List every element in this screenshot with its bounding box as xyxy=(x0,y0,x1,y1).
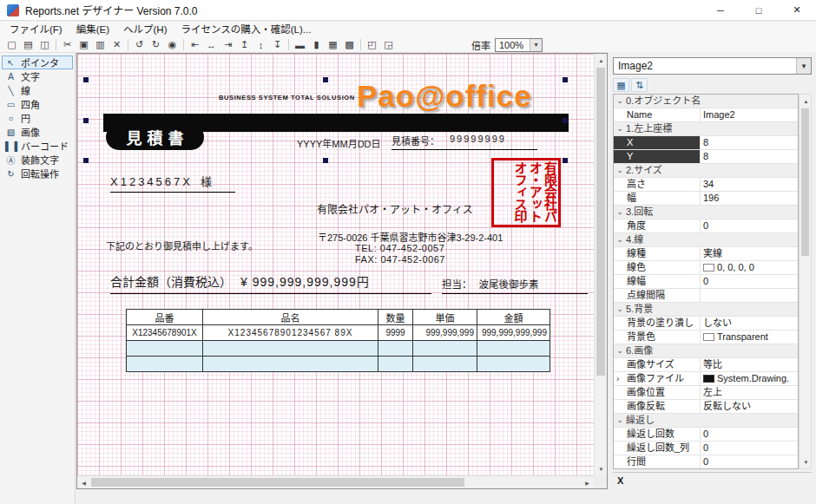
property-row[interactable]: Y8 xyxy=(614,150,798,164)
property-value[interactable]: Image2 xyxy=(701,108,798,121)
property-value[interactable]: 0 xyxy=(701,275,798,288)
collapse-icon[interactable]: ⌄ xyxy=(614,344,626,357)
property-category[interactable]: ⌄5.背景 xyxy=(614,303,798,317)
delete-button[interactable]: ✕ xyxy=(109,38,125,52)
canvas-horizontal-scrollbar[interactable]: ◀ ▶ xyxy=(77,475,594,488)
collapse-icon[interactable]: ⌄ xyxy=(614,164,626,177)
zoom-select[interactable]: 100% ▾ xyxy=(495,38,543,52)
tool-decorated-text[interactable]: Ⓐ装飾文字 xyxy=(2,153,73,167)
horizontal-scroll-thumb[interactable] xyxy=(91,478,464,487)
property-value[interactable]: 0 xyxy=(701,455,798,468)
company-name[interactable]: 有限会社パオ・アット・オフィス xyxy=(317,201,473,216)
expand-icon[interactable]: › xyxy=(616,372,619,385)
postal-address[interactable]: 〒275-0026 千葉県習志野市谷津3-29-2-401 xyxy=(318,230,503,244)
align-bottom-button[interactable]: ↧ xyxy=(269,38,286,52)
collapse-icon[interactable]: ⌄ xyxy=(614,122,626,135)
selection-handle[interactable] xyxy=(83,118,89,123)
grid-button[interactable]: ▩ xyxy=(341,38,358,52)
property-row[interactable]: ›画像ファイルSystem.Drawing. xyxy=(614,372,798,386)
align-middle-button[interactable]: ↕ xyxy=(253,38,269,52)
scroll-down-icon[interactable]: ▼ xyxy=(595,462,608,475)
property-value[interactable]: 34 xyxy=(701,178,798,191)
property-row[interactable]: 線幅0 xyxy=(614,275,798,289)
same-height-button[interactable]: ▮ xyxy=(308,38,325,52)
save-button[interactable]: ◫ xyxy=(36,38,53,52)
send-to-back-button[interactable]: ◲ xyxy=(380,38,397,52)
property-category[interactable]: ⌄3.回転 xyxy=(614,206,798,219)
staff-field[interactable]: 担当： 波尾後御歩素 xyxy=(442,277,588,294)
tool-pointer[interactable]: ↖ポインタ xyxy=(2,56,73,69)
report-page[interactable]: BUSINESS SYSTEM TOTAL SOLUSION Pao@offic… xyxy=(77,54,594,475)
lock-button[interactable]: ◉ xyxy=(164,38,181,52)
paste-button[interactable]: ▥ xyxy=(92,38,109,52)
property-row[interactable]: 画像サイズ等比 xyxy=(614,358,798,372)
property-value[interactable]: 実線 xyxy=(701,247,798,260)
property-value[interactable]: しない xyxy=(701,317,798,330)
dropdown-arrow-icon[interactable]: ▾ xyxy=(530,39,542,51)
categorized-view-button[interactable]: ▦ xyxy=(613,78,629,92)
scroll-up-icon[interactable]: ▲ xyxy=(800,95,813,108)
menu-item[interactable]: ヘルプ(H) xyxy=(116,22,174,37)
cut-button[interactable]: ✂ xyxy=(59,38,76,52)
property-scrollbar[interactable]: ▲ ▼ xyxy=(799,94,812,469)
property-row[interactable]: 線種実線 xyxy=(614,247,798,261)
property-row[interactable]: 繰返し回数0 xyxy=(614,428,798,442)
property-category[interactable]: ⌄4.線 xyxy=(614,233,798,247)
selection-handle[interactable] xyxy=(83,77,89,82)
property-row[interactable]: 高さ34 xyxy=(614,178,798,192)
menu-item[interactable]: ライセンスの購入・確認(L)... xyxy=(174,22,319,37)
property-category[interactable]: ⌄0.オブジェクト名 xyxy=(614,95,798,108)
property-row[interactable]: 線色0, 0, 0, 0 xyxy=(614,261,798,275)
scroll-right-icon[interactable]: ▶ xyxy=(581,476,594,489)
canvas-vertical-scrollbar[interactable]: ▲ ▼ xyxy=(594,54,607,475)
collapse-icon[interactable]: ⌄ xyxy=(614,95,626,108)
align-center-button[interactable]: ↔ xyxy=(203,38,220,52)
collapse-icon[interactable]: ⌄ xyxy=(614,303,626,316)
estimate-number-field[interactable]: 見積番号： 99999999 xyxy=(392,134,537,150)
copy-button[interactable]: ▣ xyxy=(76,38,92,52)
property-row[interactable]: 角度0 xyxy=(614,219,798,233)
new-button[interactable]: ▢ xyxy=(3,38,20,52)
property-row[interactable]: 背景色Transparent xyxy=(614,331,798,344)
scroll-up-icon[interactable]: ▲ xyxy=(595,54,608,67)
scroll-left-icon[interactable]: ◀ xyxy=(77,476,90,489)
collapse-icon[interactable]: ⌄ xyxy=(614,206,626,219)
canvas-viewport[interactable]: BUSINESS SYSTEM TOTAL SOLUSION Pao@offic… xyxy=(77,54,594,475)
menu-item[interactable]: ファイル(F) xyxy=(3,22,69,37)
tool-rotate[interactable]: ↻回転操作 xyxy=(2,167,73,180)
property-value[interactable]: 等比 xyxy=(701,358,798,371)
property-row[interactable]: 行間0 xyxy=(614,455,798,469)
alphabetical-sort-button[interactable]: ⇅ xyxy=(631,78,648,92)
property-value[interactable]: 反転しない xyxy=(701,400,798,413)
property-value[interactable]: 0 xyxy=(701,219,798,232)
scroll-down-icon[interactable]: ▼ xyxy=(800,455,813,468)
tool-text[interactable]: A文字 xyxy=(2,69,73,83)
property-category[interactable]: ⌄2.サイズ xyxy=(614,164,798,178)
property-row[interactable]: 背景の塗り潰ししない xyxy=(614,317,798,331)
total-amount-field[interactable]: 合計金額（消費税込） ¥ 999,999,999,999円 xyxy=(110,272,431,294)
align-right-button[interactable]: ⇥ xyxy=(220,38,236,52)
tool-rectangle[interactable]: ▭四角 xyxy=(2,97,73,111)
maximize-button[interactable]: □ xyxy=(740,0,778,20)
close-button[interactable]: ✕ xyxy=(778,0,816,20)
tel-line[interactable]: TEL: 047-452-0057 xyxy=(355,243,444,253)
bring-to-front-button[interactable]: ◰ xyxy=(364,38,380,52)
company-stamp[interactable]: 有限会社パオ・アットオフィス印 xyxy=(491,158,561,227)
items-table[interactable]: 品番品名数量単価金額X12345678901XX1234567890123456… xyxy=(126,309,550,372)
property-value[interactable]: 196 xyxy=(701,192,798,205)
property-value[interactable] xyxy=(701,289,798,302)
property-category[interactable]: ⌄1.左上座標 xyxy=(614,122,798,136)
property-row[interactable]: X8 xyxy=(614,136,798,150)
property-row[interactable]: 繰返し回数_列0 xyxy=(614,442,798,455)
same-size-button[interactable]: ▦ xyxy=(325,38,341,52)
tool-line[interactable]: ╲線 xyxy=(2,83,73,97)
property-row[interactable]: 画像反転反転しない xyxy=(614,400,798,414)
object-selector[interactable]: Image2 ▾ xyxy=(613,57,812,75)
combo-dropdown-icon[interactable]: ▾ xyxy=(796,58,811,74)
vertical-scroll-thumb[interactable] xyxy=(596,68,605,376)
fax-line[interactable]: FAX: 047-452-0067 xyxy=(355,254,445,265)
collapse-icon[interactable]: ⌄ xyxy=(614,233,626,246)
align-left-button[interactable]: ⇤ xyxy=(187,38,203,52)
align-top-button[interactable]: ↥ xyxy=(236,38,253,52)
tool-circle[interactable]: ○円 xyxy=(2,111,73,125)
